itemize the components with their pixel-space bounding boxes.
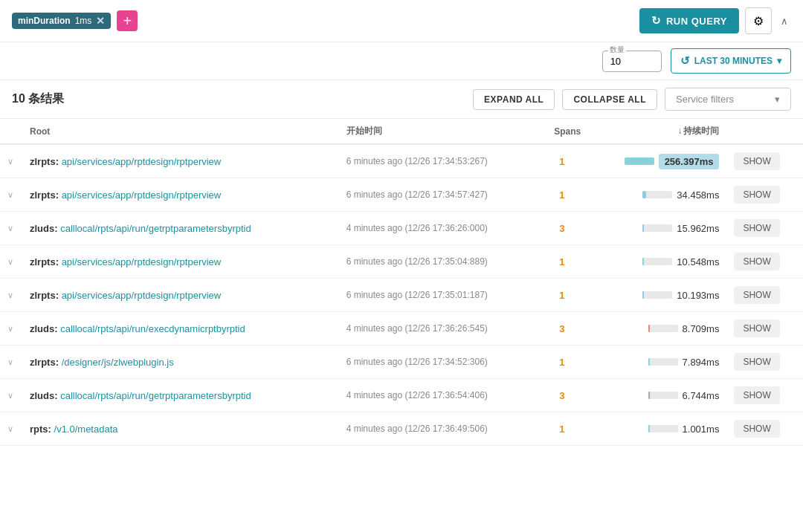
row-spans: 3 [536, 212, 589, 245]
row-spans: 3 [536, 312, 589, 346]
row-chevron[interactable]: ∨ [0, 245, 22, 279]
duration-bar [625, 158, 654, 165]
show-button[interactable]: SHOW [734, 152, 779, 170]
row-chevron[interactable]: ∨ [0, 346, 22, 379]
service-path-link[interactable]: calllocal/rpts/api/run/execdynamicrptbyr… [60, 323, 245, 334]
row-duration: 10.193ms [588, 279, 726, 312]
service-filter-button[interactable]: Service filters ▾ [665, 88, 791, 111]
run-query-button[interactable]: ↻ RUN QUERY [639, 8, 739, 33]
col-duration: ↓持续时间 [588, 119, 726, 144]
service-name: zluds: [30, 223, 58, 234]
row-chevron[interactable]: ∨ [0, 144, 22, 178]
duration-bar-wrap [642, 291, 672, 299]
results-count: 10 条结果 [12, 91, 64, 107]
service-path-link[interactable]: api/services/app/rptdesign/rptperview [62, 156, 222, 167]
row-chevron[interactable]: ∨ [0, 178, 22, 212]
table-row: ∨ zluds: calllocal/rpts/api/run/getrptpa… [0, 212, 803, 245]
service-path-link[interactable]: /designer/js/zlwebplugin.js [62, 357, 174, 368]
table-row: ∨ zluds: calllocal/rpts/api/run/getrptpa… [0, 379, 803, 412]
run-query-icon: ↻ [651, 14, 662, 27]
filter-tags: minDuration 1ms ✕ + [12, 10, 138, 31]
duration-bar [648, 358, 650, 366]
row-duration: 7.894ms [588, 346, 726, 379]
show-button[interactable]: SHOW [734, 319, 779, 337]
row-chevron[interactable]: ∨ [0, 412, 22, 446]
row-time: 4 minutes ago (12/26 17:36:26:000) [339, 212, 536, 245]
row-spans: 1 [536, 412, 589, 446]
row-chevron[interactable]: ∨ [0, 212, 22, 245]
add-filter-button[interactable]: + [117, 10, 138, 31]
table-row: ∨ zlrpts: /designer/js/zlwebplugin.js 6 … [0, 346, 803, 379]
row-service-info: rpts: /v1.0/metadata [22, 412, 320, 446]
table-row: ∨ rpts: /v1.0/metadata 4 minutes ago (12… [0, 412, 803, 446]
top-right-actions: ↻ RUN QUERY ⚙ ∧ [639, 7, 791, 34]
duration-bar-wrap [648, 325, 678, 332]
col-expand [0, 119, 22, 144]
filter-tag-key: minDuration [18, 16, 71, 26]
collapse-topbar-icon[interactable]: ∧ [778, 13, 791, 30]
row-show-action: SHOW [726, 412, 803, 446]
col-start-time: 开始时间 [339, 119, 536, 144]
duration-bar [648, 425, 650, 432]
row-chevron[interactable]: ∨ [0, 312, 22, 346]
table-row: ∨ zlrpts: api/services/app/rptdesign/rpt… [0, 279, 803, 312]
row-spans: 1 [536, 144, 589, 178]
show-button[interactable]: SHOW [734, 253, 779, 270]
row-duration: 1.001ms [588, 412, 726, 446]
row-duration: 34.458ms [588, 178, 726, 212]
time-range-button[interactable]: ↺ LAST 30 MINUTES ▾ [671, 48, 791, 74]
expand-all-button[interactable]: EXPAND ALL [473, 89, 555, 110]
row-spans: 1 [536, 346, 589, 379]
time-chevron-icon: ▾ [777, 56, 781, 66]
row-spacer [320, 212, 338, 245]
duration-bar-wrap [642, 224, 672, 232]
row-time: 4 minutes ago (12/26 17:36:54:406) [339, 379, 536, 412]
service-path-link[interactable]: calllocal/rpts/api/run/getrptparametersb… [60, 223, 251, 234]
service-path-link[interactable]: api/services/app/rptdesign/rptperview [62, 290, 222, 301]
duration-value: 7.894ms [683, 357, 720, 368]
row-spacer [320, 279, 338, 312]
row-spans: 1 [536, 279, 589, 312]
row-service-info: zlrpts: api/services/app/rptdesign/rptpe… [22, 144, 320, 178]
duration-bar [648, 392, 650, 399]
col-root: Root [22, 119, 320, 144]
duration-value: 1.001ms [683, 424, 720, 435]
row-chevron[interactable]: ∨ [0, 379, 22, 412]
time-range-label: LAST 30 MINUTES [694, 56, 773, 66]
service-path-link[interactable]: api/services/app/rptdesign/rptperview [62, 256, 222, 267]
col-spacer [320, 119, 338, 144]
duration-bar-wrap [648, 425, 678, 432]
traces-table: Root 开始时间 Spans ↓持续时间 ∨ zlrpts: api/serv… [0, 119, 803, 446]
duration-value: 6.744ms [683, 390, 720, 401]
service-name: rpts: [30, 424, 51, 435]
show-button[interactable]: SHOW [734, 386, 779, 404]
show-button[interactable]: SHOW [734, 420, 779, 438]
service-path-link[interactable]: api/services/app/rptdesign/rptperview [62, 189, 222, 201]
row-spacer [320, 312, 338, 346]
service-path-link[interactable]: calllocal/rpts/api/run/getrptparametersb… [60, 390, 251, 401]
duration-value: 256.397ms [659, 154, 720, 169]
filter-tag-close-icon[interactable]: ✕ [96, 16, 105, 26]
duration-bar-wrap [648, 358, 678, 366]
row-service-info: zluds: calllocal/rpts/api/run/getrptpara… [22, 379, 320, 412]
settings-button[interactable]: ⚙ [745, 7, 772, 34]
duration-value: 10.193ms [677, 290, 719, 301]
col-action [726, 119, 803, 144]
filter-tag-minduration: minDuration 1ms ✕ [12, 13, 111, 29]
row-show-action: SHOW [726, 212, 803, 245]
duration-bar-wrap [642, 258, 672, 265]
row-duration: 6.744ms [588, 379, 726, 412]
table-row: ∨ zlrpts: api/services/app/rptdesign/rpt… [0, 178, 803, 212]
service-filter-wrap: Service filters ▾ [665, 88, 791, 111]
top-bar: minDuration 1ms ✕ + ↻ RUN QUERY ⚙ ∧ [0, 0, 803, 42]
show-button[interactable]: SHOW [734, 353, 779, 371]
row-service-info: zlrpts: api/services/app/rptdesign/rptpe… [22, 178, 320, 212]
show-button[interactable]: SHOW [734, 286, 779, 304]
show-button[interactable]: SHOW [734, 219, 779, 237]
service-path-link[interactable]: /v1.0/metadata [54, 424, 118, 435]
collapse-all-button[interactable]: COLLAPSE ALL [562, 89, 657, 110]
show-button[interactable]: SHOW [734, 186, 779, 204]
row-chevron[interactable]: ∨ [0, 279, 22, 312]
duration-bar [642, 291, 644, 299]
duration-bar [642, 191, 646, 198]
